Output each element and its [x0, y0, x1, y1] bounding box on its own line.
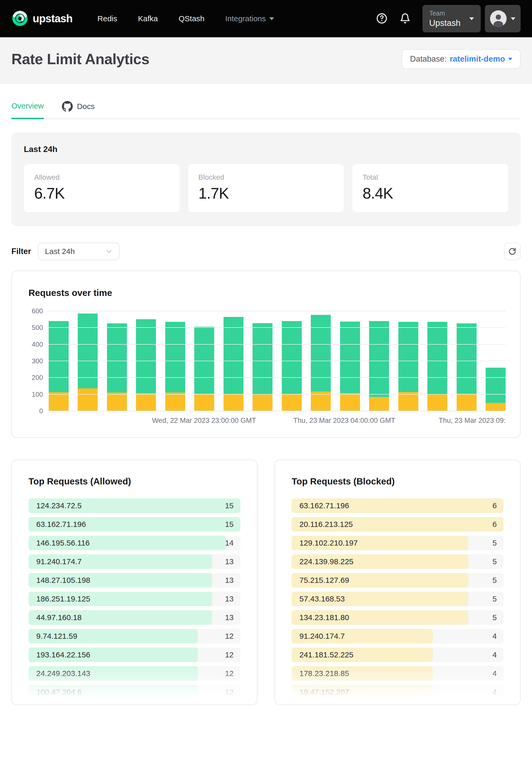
stacked-bar-chart: 0100200300400500600 [28, 311, 506, 411]
row-ip: 20.116.213.125 [300, 520, 353, 529]
row-ip: 241.181.52.225 [300, 650, 354, 659]
nav-link-kafka[interactable]: Kafka [138, 14, 158, 23]
bar-blocked-segment [369, 397, 389, 411]
bar-blocked-segment [107, 393, 127, 411]
y-tick-label: 0 [39, 407, 43, 415]
tab-bar: Overview Docs [11, 101, 521, 119]
stats-panel: Last 24h Allowed 6.7K Blocked 1.7K Total… [11, 133, 521, 226]
bar-blocked-segment [194, 394, 214, 411]
row-value: 15 [225, 501, 234, 510]
bar-allowed-segment [165, 322, 185, 393]
row-ip: 57.43.168.53 [300, 594, 345, 603]
list-row: 148.27.105.19813 [28, 573, 240, 587]
bar-allowed-segment [311, 315, 331, 391]
refresh-button[interactable] [504, 243, 521, 260]
list-row: 129.102.210.1975 [292, 536, 504, 550]
y-tick-label: 400 [32, 340, 43, 348]
user-menu[interactable] [485, 5, 521, 32]
list-row: 91.240.174.713 [28, 554, 240, 569]
top-nav: upstash Redis Kafka QStash Integrations [0, 0, 532, 37]
tab-docs-label: Docs [77, 102, 95, 111]
bar-blocked-segment [457, 394, 477, 411]
row-ip: 63.162.71.196 [300, 501, 349, 510]
list-row: 63.162.71.19615 [28, 517, 240, 532]
refresh-icon [508, 247, 517, 256]
list-row: 19.47.152.2074 [292, 685, 504, 699]
stat-value: 6.7K [34, 185, 169, 202]
y-tick-label: 500 [32, 324, 43, 332]
bar-allowed-segment [223, 317, 243, 394]
database-selector[interactable]: Database: ratelimit-demo [402, 49, 521, 69]
notifications-button[interactable] [400, 13, 410, 25]
nav-links: Redis Kafka QStash Integrations [98, 14, 274, 23]
row-value: 6 [492, 501, 497, 510]
list-row: 44.97.160.1813 [28, 610, 240, 625]
filter-row: Filter Last 24h [11, 243, 521, 260]
avatar [490, 10, 507, 27]
row-ip: 124.234.72.5 [36, 501, 81, 510]
time-range-select[interactable]: Last 24h [38, 243, 120, 260]
row-ip: 24.249.203.143 [36, 669, 91, 678]
stat-card-blocked: Blocked 1.7K [188, 164, 344, 213]
bar-blocked-segment [427, 394, 447, 411]
row-ip: 19.47.152.207 [300, 688, 349, 697]
tab-overview-label: Overview [11, 102, 44, 110]
list-row: 91.240.174.74 [292, 629, 504, 643]
row-ip: 91.240.174.7 [300, 632, 345, 640]
upstash-brand[interactable]: upstash [11, 10, 72, 28]
row-ip: 44.97.160.18 [36, 613, 81, 622]
stat-value: 1.7K [198, 185, 334, 202]
stat-label: Blocked [198, 173, 334, 182]
gridline [49, 327, 506, 328]
filter-label: Filter [11, 247, 31, 256]
row-ip: 91.240.174.7 [36, 557, 81, 566]
database-label: Database: [410, 54, 447, 64]
row-value: 5 [492, 557, 497, 566]
row-ip: 100.47.204.6 [36, 688, 81, 697]
list-row: 186.251.19.12513 [28, 592, 240, 606]
tab-overview[interactable]: Overview [11, 101, 44, 119]
stat-label: Allowed [34, 173, 169, 182]
bar-allowed-segment [136, 319, 156, 393]
row-value: 13 [225, 557, 234, 566]
bar-allowed-segment [427, 322, 447, 394]
nav-right: Team Upstash [376, 5, 521, 32]
bar-allowed-segment [457, 324, 477, 394]
chevron-down-icon [508, 58, 512, 60]
nav-link-integrations[interactable]: Integrations [225, 14, 274, 23]
top-requests-blocked-card: Top Requests (Blocked) 63.162.71.196620.… [275, 459, 521, 705]
bar-blocked-segment [136, 393, 156, 411]
gridline [49, 394, 506, 395]
list-row: 134.23.181.805 [292, 610, 504, 625]
list-row: 193.164.22.15612 [28, 647, 240, 662]
chevron-down-icon [270, 17, 274, 20]
stat-value: 8.4K [363, 185, 498, 202]
row-ip: 75.215.127.69 [300, 576, 349, 585]
row-value: 6 [492, 520, 497, 529]
page-header: Rate Limit Analytics Database: ratelimit… [0, 37, 532, 84]
row-value: 5 [492, 539, 497, 547]
row-ip: 224.139.98.225 [300, 557, 354, 566]
row-value: 5 [492, 576, 497, 585]
nav-link-redis[interactable]: Redis [98, 14, 117, 23]
tab-docs[interactable]: Docs [62, 101, 95, 119]
row-ip: 148.27.105.198 [36, 576, 91, 585]
help-icon [376, 12, 388, 25]
list-title-blocked: Top Requests (Blocked) [292, 476, 504, 487]
bar-allowed-segment [252, 323, 273, 394]
bar-allowed-segment [282, 321, 302, 394]
top-requests-allowed-card: Top Requests (Allowed) 124.234.72.51563.… [11, 459, 257, 705]
team-switcher[interactable]: Team Upstash [422, 5, 481, 32]
row-value: 15 [225, 520, 234, 529]
chevron-down-icon [469, 17, 474, 20]
team-switcher-label: Team [429, 10, 461, 17]
bar-blocked-segment [282, 394, 302, 411]
row-ip: 9.74.121.59 [36, 632, 77, 640]
nav-link-qstash[interactable]: QStash [178, 14, 204, 23]
row-value: 4 [492, 650, 497, 659]
chart-plot-area [49, 311, 506, 411]
list-row: 20.116.213.1256 [292, 517, 504, 532]
list-row: 124.234.72.515 [28, 499, 240, 513]
help-button[interactable] [376, 12, 388, 25]
row-ip: 129.102.210.197 [300, 539, 358, 547]
